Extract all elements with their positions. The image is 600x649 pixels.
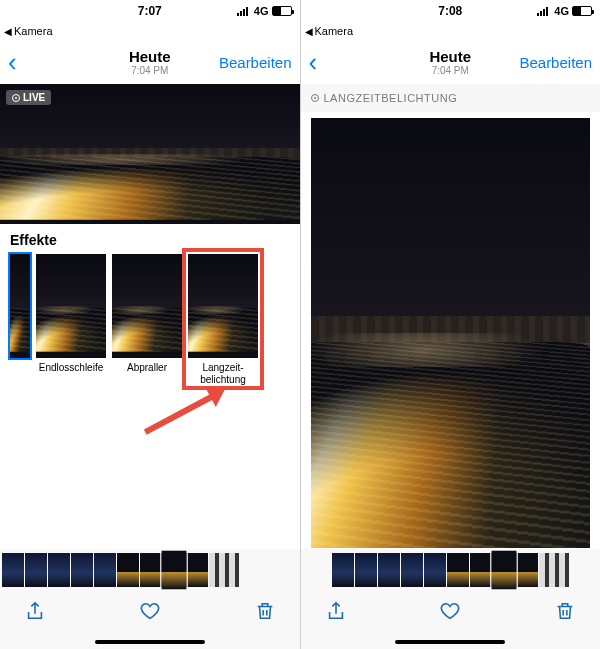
effects-heading: Effekte (10, 232, 290, 248)
main-photo-area[interactable] (301, 112, 601, 549)
nav-bar: ‹ Heute 7:04 PM Bearbeiten (301, 40, 601, 84)
edit-button[interactable]: Bearbeiten (219, 54, 292, 71)
thumb[interactable] (71, 553, 93, 587)
back-label: Kamera (315, 25, 354, 37)
thumb[interactable] (209, 553, 239, 587)
delete-button[interactable] (554, 600, 576, 626)
chevron-left-icon: ◀ (305, 26, 313, 37)
phone-left: 7:07 4G ◀ Kamera ‹ Heute 7:04 PM Bearbei… (0, 0, 300, 649)
status-bar: 7:07 4G (0, 0, 300, 22)
home-indicator[interactable] (0, 635, 300, 649)
thumb-current[interactable] (161, 550, 186, 589)
signal-icon (237, 6, 248, 16)
heart-icon (439, 600, 461, 622)
thumb[interactable] (25, 553, 47, 587)
share-icon (24, 600, 46, 622)
toolbar (0, 591, 300, 635)
thumb[interactable] (186, 553, 208, 587)
trash-icon (254, 600, 276, 622)
thumb[interactable] (447, 553, 469, 587)
home-indicator[interactable] (301, 635, 601, 649)
spacer (0, 390, 300, 549)
thumb[interactable] (332, 553, 354, 587)
thumb[interactable] (117, 553, 139, 587)
effect-bounce[interactable]: Abpraller (112, 254, 182, 374)
edit-button[interactable]: Bearbeiten (519, 54, 592, 71)
share-icon (325, 600, 347, 622)
nav-back-button[interactable]: ‹ (309, 49, 318, 75)
thumb[interactable] (140, 553, 162, 587)
mode-label-bar: LANGZEITBELICHTUNG (301, 84, 601, 112)
share-button[interactable] (24, 600, 46, 626)
back-label: Kamera (14, 25, 53, 37)
trash-icon (554, 600, 576, 622)
thumb[interactable] (539, 553, 569, 587)
nav-bar: ‹ Heute 7:04 PM Bearbeiten (0, 40, 300, 84)
thumb[interactable] (378, 553, 400, 587)
thumb[interactable] (470, 553, 492, 587)
thumb[interactable] (424, 553, 446, 587)
battery-icon (272, 6, 292, 16)
live-icon (12, 94, 20, 102)
chevron-left-icon: ◀ (4, 26, 12, 37)
long-exposure-icon (311, 94, 319, 102)
effects-section: Effekte Endlosschleife Abpraller Langzei… (0, 224, 300, 390)
thumb-current[interactable] (491, 550, 516, 589)
network-label: 4G (254, 5, 269, 17)
live-badge: LIVE (6, 90, 51, 105)
network-label: 4G (554, 5, 569, 17)
thumb[interactable] (2, 553, 24, 587)
thumb[interactable] (48, 553, 70, 587)
heart-icon (139, 600, 161, 622)
signal-icon (537, 6, 548, 16)
status-bar: 7:08 4G (301, 0, 601, 22)
effect-loop[interactable]: Endlosschleife (36, 254, 106, 374)
favorite-button[interactable] (439, 600, 461, 626)
back-to-app[interactable]: ◀ Kamera (301, 22, 601, 40)
nav-back-button[interactable]: ‹ (8, 49, 17, 75)
share-button[interactable] (325, 600, 347, 626)
effect-long-exposure[interactable]: Langzeit- belichtung (188, 254, 258, 386)
delete-button[interactable] (254, 600, 276, 626)
favorite-button[interactable] (139, 600, 161, 626)
mode-label: LANGZEITBELICHTUNG (324, 92, 458, 104)
thumb[interactable] (401, 553, 423, 587)
phone-right: 7:08 4G ◀ Kamera ‹ Heute 7:04 PM Bearbei… (300, 0, 601, 649)
toolbar (301, 591, 601, 635)
effect-live-partial[interactable] (10, 254, 30, 358)
thumb[interactable] (355, 553, 377, 587)
filmstrip[interactable] (0, 549, 300, 591)
hero-photo[interactable]: LIVE (0, 84, 300, 224)
filmstrip[interactable] (301, 549, 601, 591)
back-to-app[interactable]: ◀ Kamera (0, 22, 300, 40)
thumb[interactable] (94, 553, 116, 587)
battery-icon (572, 6, 592, 16)
thumb[interactable] (516, 553, 538, 587)
